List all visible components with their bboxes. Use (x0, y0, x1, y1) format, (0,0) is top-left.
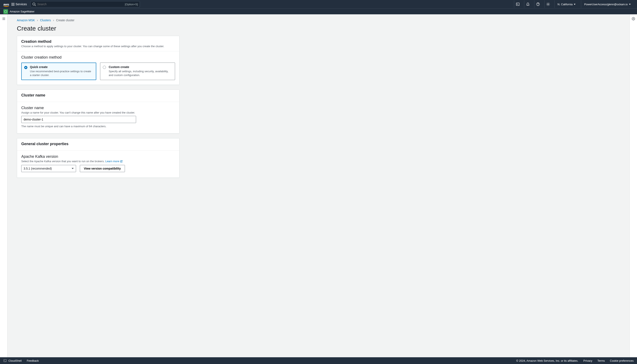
radio-icon (24, 66, 28, 69)
aws-logo[interactable]: aws (3, 2, 9, 6)
option-quick-create-desc: Use recommended best-practice settings t… (30, 70, 93, 77)
kafka-version-select[interactable]: 3.5.1 (recommended) (21, 165, 76, 172)
dropdown-caret-icon (72, 168, 74, 169)
svg-point-0 (33, 3, 35, 5)
account-label: PowerUserAccess/glenn@ockam.io (584, 3, 628, 6)
kafka-version-desc: Select the Apache Kafka version that you… (21, 160, 175, 163)
settings-button[interactable] (544, 0, 552, 8)
caret-down-icon (574, 4, 576, 5)
svg-point-7 (548, 4, 548, 5)
kafka-version-label: Apache Kafka version (21, 154, 175, 159)
hexagon-icon (4, 10, 7, 13)
sagemaker-icon[interactable] (3, 9, 8, 14)
option-quick-create-title: Quick create (30, 65, 93, 69)
option-custom-create-desc: Specify all settings, including security… (109, 70, 172, 77)
option-custom-create[interactable]: Custom create Specify all settings, incl… (100, 62, 175, 80)
svg-marker-8 (5, 10, 7, 13)
breadcrumb-link-msk[interactable]: Amazon MSK (17, 18, 35, 22)
bell-icon (526, 2, 530, 6)
region-selector[interactable]: N. California (554, 0, 579, 8)
right-rail (630, 14, 637, 357)
search-icon (32, 2, 36, 6)
grid-icon (12, 3, 14, 6)
svg-point-6 (538, 5, 538, 5)
help-button[interactable] (534, 0, 542, 8)
caret-down-icon (629, 4, 631, 5)
notifications-button[interactable] (524, 0, 532, 8)
chevron-right-icon: › (53, 18, 54, 22)
left-rail (0, 14, 8, 357)
main-content: Amazon MSK › Clusters › Create cluster C… (8, 14, 630, 357)
hamburger-icon[interactable] (2, 17, 6, 21)
cluster-name-desc: Assign a name for your cluster. You can'… (21, 111, 175, 114)
gear-icon (546, 2, 550, 6)
service-bar: Amazon SageMaker (0, 8, 637, 14)
cluster-name-header: Cluster name (21, 93, 175, 98)
breadcrumb-current: Create cluster (56, 18, 74, 22)
creation-method-header: Creation method (21, 40, 175, 44)
svg-line-1 (35, 5, 36, 6)
creation-method-panel: Creation method Choose a method to apply… (17, 36, 180, 85)
creation-method-sub: Choose a method to apply settings to you… (21, 45, 175, 48)
global-search[interactable]: [Option+S] (30, 1, 140, 7)
kafka-version-value: 3.5.1 (recommended) (24, 167, 52, 170)
general-properties-panel: General cluster properties Apache Kafka … (17, 138, 180, 178)
breadcrumb-link-clusters[interactable]: Clusters (40, 18, 51, 22)
external-link-icon (120, 160, 122, 163)
cluster-name-hint: The name must be unique and can have a m… (21, 125, 175, 128)
breadcrumb: Amazon MSK › Clusters › Create cluster (17, 18, 620, 22)
terminal-icon (516, 2, 520, 6)
option-custom-create-title: Custom create (109, 65, 172, 69)
general-properties-header: General cluster properties (21, 142, 175, 146)
service-name[interactable]: Amazon SageMaker (10, 10, 34, 13)
chevron-right-icon: › (37, 18, 38, 22)
page-title: Create cluster (17, 25, 620, 32)
region-label: N. California (558, 3, 573, 6)
services-label: Services (16, 2, 27, 6)
cluster-name-input[interactable] (21, 116, 136, 123)
global-nav: aws Services [Option+S] N. California Po… (0, 0, 637, 8)
svg-point-14 (633, 18, 634, 19)
search-shortcut-hint: [Option+S] (125, 3, 138, 6)
svg-rect-2 (516, 3, 519, 6)
cloudshell-icon-button[interactable] (514, 0, 522, 8)
cluster-name-label: Cluster name (21, 106, 175, 110)
info-panel-icon[interactable] (632, 17, 635, 21)
learn-more-link[interactable]: Learn more (105, 160, 119, 163)
help-icon (536, 2, 540, 6)
svg-marker-13 (632, 17, 635, 20)
creation-method-section-title: Cluster creation method (21, 55, 175, 60)
view-compatibility-button[interactable]: View version compatibility (80, 165, 125, 172)
radio-icon (103, 66, 106, 69)
services-menu-button[interactable]: Services (12, 2, 27, 6)
cluster-name-panel: Cluster name Cluster name Assign a name … (17, 90, 180, 134)
option-quick-create[interactable]: Quick create Use recommended best-practi… (21, 62, 96, 80)
account-menu[interactable]: PowerUserAccess/glenn@ockam.io (581, 0, 634, 8)
search-input[interactable] (37, 2, 125, 6)
